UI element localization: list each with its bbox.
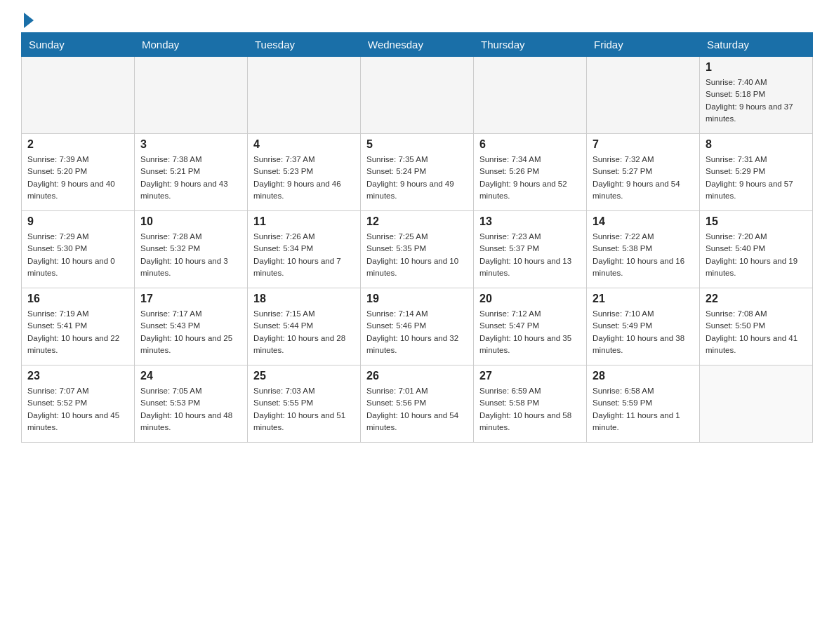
calendar-day-cell	[700, 365, 813, 443]
calendar-week-row: 1Sunrise: 7:40 AMSunset: 5:18 PMDaylight…	[22, 57, 813, 134]
day-info: Sunrise: 7:17 AMSunset: 5:43 PMDaylight:…	[140, 308, 241, 356]
calendar-day-cell: 20Sunrise: 7:12 AMSunset: 5:47 PMDayligh…	[474, 288, 587, 365]
day-info: Sunrise: 7:34 AMSunset: 5:26 PMDaylight:…	[479, 154, 581, 202]
day-number: 5	[366, 138, 468, 151]
day-info: Sunrise: 7:14 AMSunset: 5:46 PMDaylight:…	[366, 308, 468, 356]
weekday-header-wednesday: Wednesday	[361, 33, 474, 57]
day-number: 14	[593, 215, 694, 228]
calendar-week-row: 16Sunrise: 7:19 AMSunset: 5:41 PMDayligh…	[22, 288, 813, 365]
weekday-header-sunday: Sunday	[22, 33, 135, 57]
page-header	[21, 14, 813, 25]
day-info: Sunrise: 7:38 AMSunset: 5:21 PMDaylight:…	[140, 154, 241, 202]
calendar-day-cell: 5Sunrise: 7:35 AMSunset: 5:24 PMDaylight…	[361, 134, 474, 211]
day-info: Sunrise: 7:05 AMSunset: 5:53 PMDaylight:…	[140, 385, 241, 434]
day-number: 15	[706, 215, 807, 228]
calendar-week-row: 9Sunrise: 7:29 AMSunset: 5:30 PMDaylight…	[22, 211, 813, 288]
calendar-table: SundayMondayTuesdayWednesdayThursdayFrid…	[21, 32, 813, 443]
day-number: 6	[479, 138, 581, 151]
calendar-day-cell: 25Sunrise: 7:03 AMSunset: 5:55 PMDayligh…	[248, 365, 361, 443]
weekday-header-friday: Friday	[587, 33, 700, 57]
day-number: 26	[366, 370, 468, 382]
calendar-day-cell	[135, 57, 248, 134]
calendar-day-cell: 28Sunrise: 6:58 AMSunset: 5:59 PMDayligh…	[587, 365, 700, 443]
day-number: 13	[479, 215, 581, 228]
calendar-week-row: 2Sunrise: 7:39 AMSunset: 5:20 PMDaylight…	[22, 134, 813, 211]
day-number: 7	[593, 138, 694, 151]
day-info: Sunrise: 7:07 AMSunset: 5:52 PMDaylight:…	[27, 385, 128, 434]
day-number: 17	[140, 293, 241, 305]
calendar-day-cell: 10Sunrise: 7:28 AMSunset: 5:32 PMDayligh…	[135, 211, 248, 288]
day-info: Sunrise: 7:32 AMSunset: 5:27 PMDaylight:…	[593, 154, 694, 202]
day-info: Sunrise: 7:39 AMSunset: 5:20 PMDaylight:…	[27, 154, 128, 202]
day-info: Sunrise: 7:20 AMSunset: 5:40 PMDaylight:…	[706, 231, 807, 279]
day-info: Sunrise: 7:29 AMSunset: 5:30 PMDaylight:…	[27, 231, 128, 279]
weekday-header-monday: Monday	[135, 33, 248, 57]
day-number: 2	[27, 138, 128, 151]
calendar-day-cell: 9Sunrise: 7:29 AMSunset: 5:30 PMDaylight…	[22, 211, 135, 288]
calendar-day-cell: 2Sunrise: 7:39 AMSunset: 5:20 PMDaylight…	[22, 134, 135, 211]
calendar-day-cell: 3Sunrise: 7:38 AMSunset: 5:21 PMDaylight…	[135, 134, 248, 211]
day-info: Sunrise: 6:59 AMSunset: 5:58 PMDaylight:…	[479, 385, 581, 434]
day-info: Sunrise: 7:12 AMSunset: 5:47 PMDaylight:…	[479, 308, 581, 356]
calendar-day-cell: 19Sunrise: 7:14 AMSunset: 5:46 PMDayligh…	[361, 288, 474, 365]
calendar-week-row: 23Sunrise: 7:07 AMSunset: 5:52 PMDayligh…	[22, 365, 813, 443]
calendar-day-cell: 11Sunrise: 7:26 AMSunset: 5:34 PMDayligh…	[248, 211, 361, 288]
day-number: 20	[479, 293, 581, 305]
day-number: 12	[366, 215, 468, 228]
calendar-day-cell: 18Sunrise: 7:15 AMSunset: 5:44 PMDayligh…	[248, 288, 361, 365]
day-info: Sunrise: 7:22 AMSunset: 5:38 PMDaylight:…	[593, 231, 694, 279]
calendar-day-cell: 8Sunrise: 7:31 AMSunset: 5:29 PMDaylight…	[700, 134, 813, 211]
calendar-day-cell: 12Sunrise: 7:25 AMSunset: 5:35 PMDayligh…	[361, 211, 474, 288]
day-number: 28	[593, 370, 694, 382]
day-number: 10	[140, 215, 241, 228]
day-info: Sunrise: 7:01 AMSunset: 5:56 PMDaylight:…	[366, 385, 468, 434]
calendar-day-cell: 17Sunrise: 7:17 AMSunset: 5:43 PMDayligh…	[135, 288, 248, 365]
calendar-day-cell: 4Sunrise: 7:37 AMSunset: 5:23 PMDaylight…	[248, 134, 361, 211]
logo-arrow-icon	[24, 13, 34, 28]
weekday-header-tuesday: Tuesday	[248, 33, 361, 57]
day-number: 22	[706, 293, 807, 305]
day-info: Sunrise: 7:08 AMSunset: 5:50 PMDaylight:…	[706, 308, 807, 356]
weekday-header-thursday: Thursday	[474, 33, 587, 57]
day-number: 24	[140, 370, 241, 382]
day-number: 25	[253, 370, 355, 382]
day-number: 11	[253, 215, 355, 228]
calendar-day-cell: 24Sunrise: 7:05 AMSunset: 5:53 PMDayligh…	[135, 365, 248, 443]
calendar-day-cell: 22Sunrise: 7:08 AMSunset: 5:50 PMDayligh…	[700, 288, 813, 365]
calendar-day-cell: 1Sunrise: 7:40 AMSunset: 5:18 PMDaylight…	[700, 57, 813, 134]
calendar-day-cell	[587, 57, 700, 134]
calendar-day-cell: 26Sunrise: 7:01 AMSunset: 5:56 PMDayligh…	[361, 365, 474, 443]
day-info: Sunrise: 7:40 AMSunset: 5:18 PMDaylight:…	[706, 76, 807, 125]
calendar-day-cell: 16Sunrise: 7:19 AMSunset: 5:41 PMDayligh…	[22, 288, 135, 365]
day-info: Sunrise: 7:28 AMSunset: 5:32 PMDaylight:…	[140, 231, 241, 279]
day-number: 3	[140, 138, 241, 151]
calendar-day-cell: 27Sunrise: 6:59 AMSunset: 5:58 PMDayligh…	[474, 365, 587, 443]
calendar-day-cell: 13Sunrise: 7:23 AMSunset: 5:37 PMDayligh…	[474, 211, 587, 288]
day-number: 9	[27, 215, 128, 228]
day-number: 8	[706, 138, 807, 151]
day-info: Sunrise: 7:35 AMSunset: 5:24 PMDaylight:…	[366, 154, 468, 202]
day-number: 18	[253, 293, 355, 305]
calendar-day-cell	[361, 57, 474, 134]
day-number: 23	[27, 370, 128, 382]
day-info: Sunrise: 7:25 AMSunset: 5:35 PMDaylight:…	[366, 231, 468, 279]
day-info: Sunrise: 7:31 AMSunset: 5:29 PMDaylight:…	[706, 154, 807, 202]
day-number: 16	[27, 293, 128, 305]
day-info: Sunrise: 7:37 AMSunset: 5:23 PMDaylight:…	[253, 154, 355, 202]
calendar-day-cell: 15Sunrise: 7:20 AMSunset: 5:40 PMDayligh…	[700, 211, 813, 288]
calendar-day-cell: 6Sunrise: 7:34 AMSunset: 5:26 PMDaylight…	[474, 134, 587, 211]
day-info: Sunrise: 7:19 AMSunset: 5:41 PMDaylight:…	[27, 308, 128, 356]
day-info: Sunrise: 7:23 AMSunset: 5:37 PMDaylight:…	[479, 231, 581, 279]
day-number: 1	[706, 61, 807, 74]
calendar-day-cell	[248, 57, 361, 134]
calendar-day-cell: 14Sunrise: 7:22 AMSunset: 5:38 PMDayligh…	[587, 211, 700, 288]
day-number: 27	[479, 370, 581, 382]
day-info: Sunrise: 7:03 AMSunset: 5:55 PMDaylight:…	[253, 385, 355, 434]
day-number: 4	[253, 138, 355, 151]
weekday-header-saturday: Saturday	[700, 33, 813, 57]
calendar-day-cell: 7Sunrise: 7:32 AMSunset: 5:27 PMDaylight…	[587, 134, 700, 211]
day-number: 21	[593, 293, 694, 305]
day-info: Sunrise: 6:58 AMSunset: 5:59 PMDaylight:…	[593, 385, 694, 434]
calendar-day-cell	[474, 57, 587, 134]
day-info: Sunrise: 7:10 AMSunset: 5:49 PMDaylight:…	[593, 308, 694, 356]
